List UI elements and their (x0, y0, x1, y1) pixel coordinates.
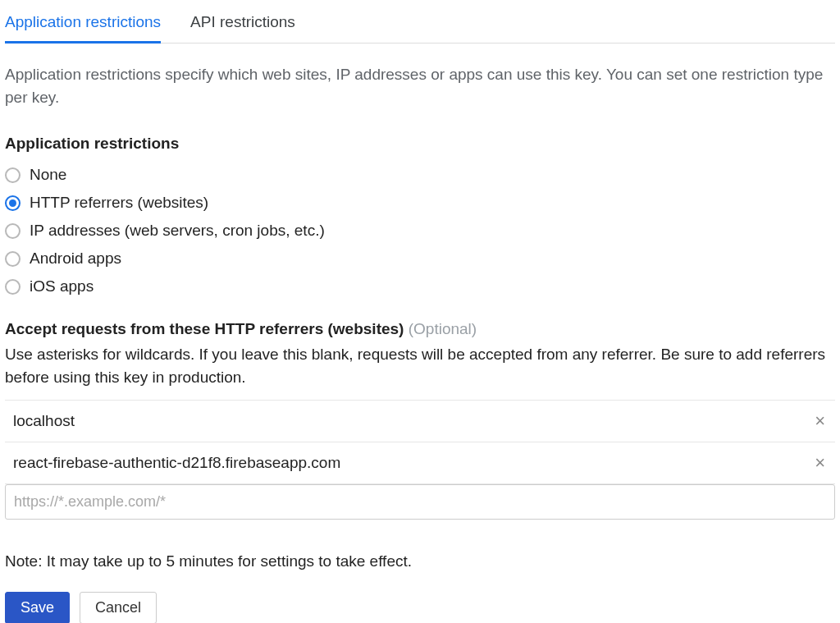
radio-ios-apps[interactable]: iOS apps (5, 277, 835, 295)
radio-icon (5, 195, 21, 211)
referrer-input[interactable] (5, 484, 835, 520)
button-row: Save Cancel (5, 592, 835, 623)
accept-optional: (Optional) (409, 320, 477, 337)
save-button[interactable]: Save (5, 592, 70, 623)
accept-description: Use asterisks for wildcards. If you leav… (5, 343, 835, 388)
radio-android-apps[interactable]: Android apps (5, 250, 835, 268)
radio-label: Android apps (30, 250, 121, 268)
referrer-value: react-firebase-authentic-d21f8.firebasea… (13, 454, 340, 472)
tab-application-restrictions[interactable]: Application restrictions (5, 5, 161, 43)
referrer-value: localhost (13, 412, 75, 430)
close-icon[interactable]: × (813, 412, 827, 430)
cancel-button[interactable]: Cancel (80, 592, 157, 623)
restrictions-description: Application restrictions specify which w… (5, 63, 835, 108)
tab-api-restrictions[interactable]: API restrictions (190, 5, 295, 43)
referrer-row: react-firebase-authentic-d21f8.firebasea… (5, 442, 835, 484)
accept-title: Accept requests from these HTTP referrer… (5, 320, 404, 337)
settings-note: Note: It may take up to 5 minutes for se… (5, 552, 835, 570)
radio-icon (5, 251, 21, 267)
radio-icon (5, 223, 21, 239)
restriction-type-radio-group: None HTTP referrers (websites) IP addres… (5, 166, 835, 295)
radio-http-referrers[interactable]: HTTP referrers (websites) (5, 194, 835, 212)
radio-label: iOS apps (30, 277, 94, 295)
radio-icon (5, 279, 21, 295)
radio-icon (5, 167, 21, 183)
referrer-list: localhost × react-firebase-authentic-d21… (5, 400, 835, 520)
accept-header: Accept requests from these HTTP referrer… (5, 320, 835, 338)
section-title-application-restrictions: Application restrictions (5, 135, 835, 153)
radio-label: IP addresses (web servers, cron jobs, et… (30, 222, 325, 240)
radio-none[interactable]: None (5, 166, 835, 184)
radio-label: HTTP referrers (websites) (30, 194, 208, 212)
radio-ip-addresses[interactable]: IP addresses (web servers, cron jobs, et… (5, 222, 835, 240)
tabs-bar: Application restrictions API restriction… (5, 5, 835, 44)
radio-label: None (30, 166, 66, 184)
referrer-row: localhost × (5, 401, 835, 442)
close-icon[interactable]: × (813, 454, 827, 472)
